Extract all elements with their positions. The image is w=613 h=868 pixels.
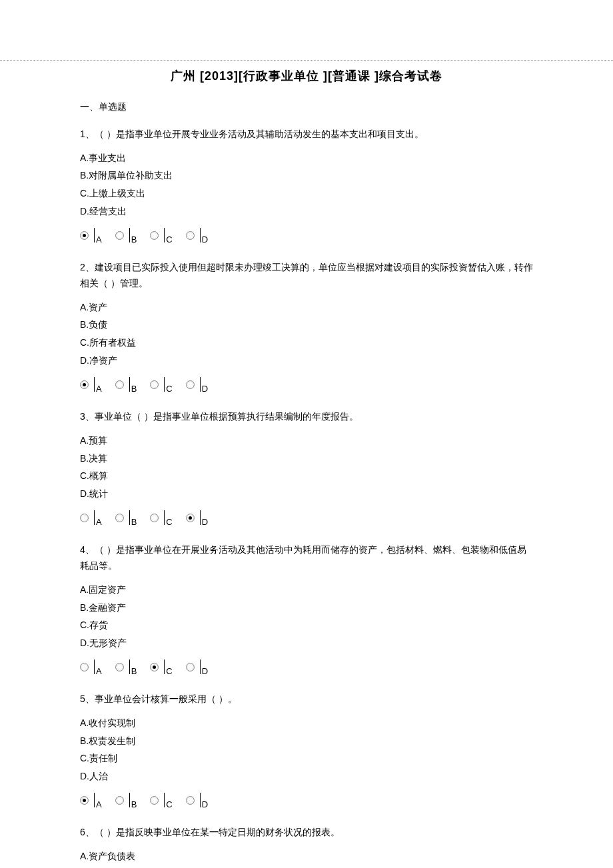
- radio-label-A: A: [96, 666, 102, 676]
- page-container: 广州 [2013][行政事业单位 ][普通课 ]综合考试卷 一、单选题 1、（ …: [0, 0, 613, 868]
- radio-input-C[interactable]: [150, 663, 159, 671]
- question-1: 1、（ ）是指事业单位开展专业业务活动及其辅助活动发生的基本支出和项目支出。A.…: [80, 127, 533, 245]
- option-C: C.责任制: [80, 749, 533, 767]
- question-text: 4、（ ）是指事业单位在开展业务活动及其他活动中为耗用而储存的资产，包括材料、燃…: [80, 542, 533, 574]
- radio-input-A[interactable]: [80, 380, 89, 389]
- radio-input-A[interactable]: [80, 663, 89, 671]
- radio-input-C[interactable]: [150, 514, 159, 522]
- divider-line: [129, 377, 130, 392]
- divider-line: [200, 510, 201, 525]
- radio-option-C[interactable]: C: [150, 228, 172, 242]
- radio-label-C: C: [166, 384, 172, 394]
- divider-line: [164, 659, 165, 674]
- radio-label-C: C: [166, 517, 172, 527]
- radio-input-B[interactable]: [115, 796, 124, 805]
- exam-title: 广州 [2013][行政事业单位 ][普通课 ]综合考试卷: [80, 68, 533, 84]
- radio-option-D[interactable]: D: [186, 793, 208, 807]
- radio-input-B[interactable]: [115, 380, 124, 389]
- radio-option-C[interactable]: C: [150, 659, 172, 674]
- option-C: C.上缴上级支出: [80, 185, 533, 203]
- question-2: 2、建设项目已实际投入使用但超时限未办理竣工决算的，单位应当根据对建设项目的实际…: [80, 260, 533, 394]
- radio-label-B: B: [131, 666, 137, 676]
- radio-option-A[interactable]: A: [80, 377, 102, 392]
- radio-option-B[interactable]: B: [115, 793, 137, 807]
- divider-line: [200, 228, 201, 242]
- radio-option-D[interactable]: D: [186, 228, 208, 242]
- option-C: C.所有者权益: [80, 334, 533, 352]
- option-C: C.概算: [80, 467, 533, 485]
- radio-option-B[interactable]: B: [115, 510, 137, 525]
- radio-input-A[interactable]: [80, 514, 89, 522]
- option-A: A.资产: [80, 298, 533, 316]
- option-A: A.固定资产: [80, 581, 533, 599]
- radio-option-C[interactable]: C: [150, 377, 172, 392]
- question-5: 5、事业单位会计核算一般采用（ ）。A.收付实现制B.权责发生制C.责任制D.人…: [80, 691, 533, 810]
- divider-line: [164, 510, 165, 525]
- radio-input-B[interactable]: [115, 514, 124, 522]
- radio-label-C: C: [166, 234, 172, 244]
- radio-label-D: D: [202, 384, 208, 394]
- option-B: B.对附属单位补助支出: [80, 167, 533, 185]
- radio-label-C: C: [166, 666, 172, 676]
- divider-line: [94, 228, 95, 242]
- radio-option-B[interactable]: B: [115, 659, 137, 674]
- radio-label-B: B: [131, 517, 137, 527]
- radio-label-B: B: [131, 234, 137, 244]
- radio-option-C[interactable]: C: [150, 510, 172, 525]
- divider-line: [200, 659, 201, 674]
- radio-option-A[interactable]: A: [80, 793, 102, 807]
- divider-line: [200, 377, 201, 392]
- divider-line: [129, 793, 130, 807]
- top-divider: [0, 60, 613, 61]
- question-text: 2、建设项目已实际投入使用但超时限未办理竣工决算的，单位应当根据对建设项目的实际…: [80, 260, 533, 292]
- radio-input-C[interactable]: [150, 231, 159, 240]
- radio-option-C[interactable]: C: [150, 793, 172, 807]
- divider-line: [94, 793, 95, 807]
- radio-option-A[interactable]: A: [80, 510, 102, 525]
- radio-label-B: B: [131, 384, 137, 394]
- question-3: 3、事业单位（ ）是指事业单位根据预算执行结果编制的年度报告。A.预算B.决算C…: [80, 409, 533, 528]
- radio-input-B[interactable]: [115, 663, 124, 671]
- option-list: A.收付实现制B.权责发生制C.责任制D.人治: [80, 714, 533, 785]
- radio-option-B[interactable]: B: [115, 377, 137, 392]
- radio-input-C[interactable]: [150, 380, 159, 389]
- questions-container: 1、（ ）是指事业单位开展专业业务活动及其辅助活动发生的基本支出和项目支出。A.…: [80, 127, 533, 865]
- radio-option-D[interactable]: D: [186, 659, 208, 674]
- radio-label-D: D: [202, 666, 208, 676]
- radio-input-D[interactable]: [186, 796, 195, 805]
- radio-input-A[interactable]: [80, 796, 89, 805]
- radio-label-A: A: [96, 517, 102, 527]
- radio-label-A: A: [96, 384, 102, 394]
- radio-input-D[interactable]: [186, 380, 195, 389]
- option-D: D.经营支出: [80, 203, 533, 220]
- radio-option-A[interactable]: A: [80, 228, 102, 242]
- option-D: D.无形资产: [80, 634, 533, 652]
- radio-input-C[interactable]: [150, 796, 159, 805]
- section-title: 一、单选题: [80, 101, 533, 113]
- radio-option-D[interactable]: D: [186, 510, 208, 525]
- radio-group: ABCD: [80, 374, 533, 394]
- radio-input-B[interactable]: [115, 231, 124, 240]
- question-text: 1、（ ）是指事业单位开展专业业务活动及其辅助活动发生的基本支出和项目支出。: [80, 127, 533, 143]
- radio-option-A[interactable]: A: [80, 659, 102, 674]
- radio-input-D[interactable]: [186, 514, 195, 522]
- radio-option-B[interactable]: B: [115, 228, 137, 242]
- option-B: B.决算: [80, 450, 533, 468]
- radio-label-A: A: [96, 234, 102, 244]
- radio-label-D: D: [202, 234, 208, 244]
- divider-line: [129, 228, 130, 242]
- question-6: 6、（ ）是指反映事业单位在某一特定日期的财务状况的报表。A.资产负债表: [80, 825, 533, 865]
- radio-group: ABCD: [80, 657, 533, 677]
- radio-input-D[interactable]: [186, 231, 195, 240]
- question-text: 6、（ ）是指反映事业单位在某一特定日期的财务状况的报表。: [80, 825, 533, 841]
- option-B: B.负债: [80, 316, 533, 334]
- divider-line: [94, 659, 95, 674]
- divider-line: [164, 377, 165, 392]
- radio-input-A[interactable]: [80, 231, 89, 240]
- option-list: A.预算B.决算C.概算D.统计: [80, 432, 533, 502]
- radio-group: ABCD: [80, 225, 533, 245]
- option-D: D.净资产: [80, 352, 533, 370]
- radio-option-D[interactable]: D: [186, 377, 208, 392]
- radio-input-D[interactable]: [186, 663, 195, 671]
- divider-line: [164, 228, 165, 242]
